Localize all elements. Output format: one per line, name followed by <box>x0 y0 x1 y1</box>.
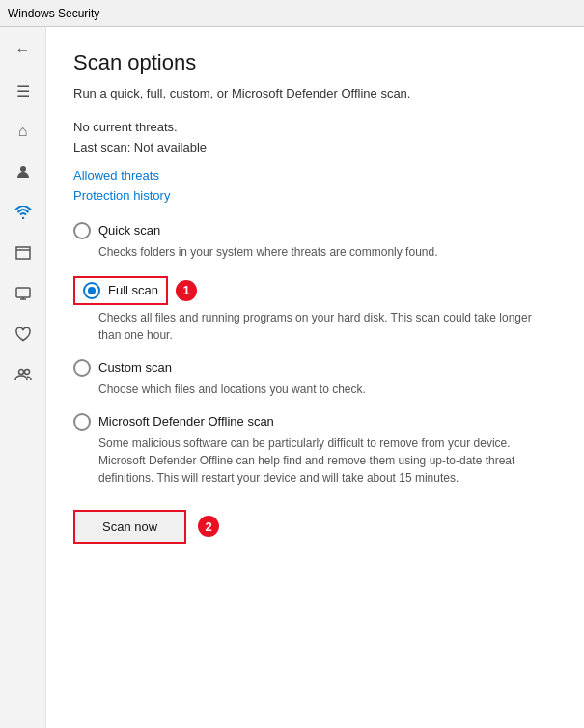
svg-point-7 <box>18 370 23 375</box>
scan-now-section: Scan now 2 <box>73 510 557 544</box>
svg-point-1 <box>21 217 23 219</box>
full-scan-radio-inner <box>88 287 96 294</box>
full-scan-selected-box: Full scan <box>73 276 168 305</box>
protection-history-link[interactable]: Protection history <box>73 188 557 203</box>
custom-scan-option: Custom scan Choose which files and locat… <box>73 359 557 398</box>
full-scan-label: Full scan <box>108 283 158 297</box>
svg-point-8 <box>24 370 29 375</box>
custom-scan-label: Custom scan <box>98 360 172 375</box>
wifi-icon[interactable] <box>4 193 42 232</box>
offline-scan-label: Microsoft Defender Offline scan <box>98 414 274 429</box>
svg-rect-4 <box>16 288 30 297</box>
quick-scan-radio-outer[interactable] <box>73 222 91 239</box>
custom-scan-radio-outer[interactable] <box>73 359 91 377</box>
sidebar: ← ☰ ⌂ <box>0 27 46 728</box>
badge-2: 2 <box>198 516 219 537</box>
full-scan-radio-outer[interactable] <box>83 282 100 299</box>
quick-scan-radio[interactable]: Quick scan <box>73 222 160 239</box>
quick-scan-desc: Checks folders in your system where thre… <box>98 243 557 261</box>
person-icon[interactable] <box>4 153 42 191</box>
page-subtitle: Run a quick, full, custom, or Microsoft … <box>73 85 557 102</box>
offline-scan-radio[interactable]: Microsoft Defender Offline scan <box>73 413 274 431</box>
svg-point-0 <box>20 166 26 172</box>
title-bar-text: Windows Security <box>8 7 99 20</box>
scan-now-button[interactable]: Scan now <box>73 510 186 544</box>
quick-scan-option: Quick scan Checks folders in your system… <box>73 222 557 261</box>
window-icon[interactable] <box>4 234 42 272</box>
scan-options-list: Quick scan Checks folders in your system… <box>73 222 557 487</box>
quick-scan-label: Quick scan <box>98 223 160 238</box>
back-icon[interactable]: ← <box>4 31 42 70</box>
offline-scan-radio-outer[interactable] <box>73 413 91 431</box>
status-line1: No current threats. <box>73 118 557 138</box>
home-icon[interactable]: ⌂ <box>4 112 42 151</box>
main-content: Scan options Run a quick, full, custom, … <box>46 27 584 728</box>
custom-scan-radio[interactable]: Custom scan <box>73 359 172 377</box>
computer-icon[interactable] <box>4 274 42 313</box>
svg-rect-2 <box>16 247 30 259</box>
custom-scan-desc: Choose which files and locations you wan… <box>98 380 557 398</box>
offline-scan-option: Microsoft Defender Offline scan Some mal… <box>73 413 557 487</box>
status-line2: Last scan: Not available <box>73 138 557 158</box>
offline-scan-desc: Some malicious software can be particula… <box>98 434 557 487</box>
heart-icon[interactable] <box>4 315 42 353</box>
allowed-threats-link[interactable]: Allowed threats <box>73 168 557 182</box>
status-section: No current threats. Last scan: Not avail… <box>73 118 557 158</box>
full-scan-radio[interactable]: Full scan <box>83 282 158 299</box>
page-title: Scan options <box>73 50 557 75</box>
full-scan-desc: Checks all files and running programs on… <box>98 309 557 344</box>
badge-1: 1 <box>176 280 197 301</box>
menu-icon[interactable]: ☰ <box>4 71 42 110</box>
full-scan-option: Full scan 1 Checks all files and running… <box>73 276 557 344</box>
group-icon[interactable] <box>4 355 42 394</box>
